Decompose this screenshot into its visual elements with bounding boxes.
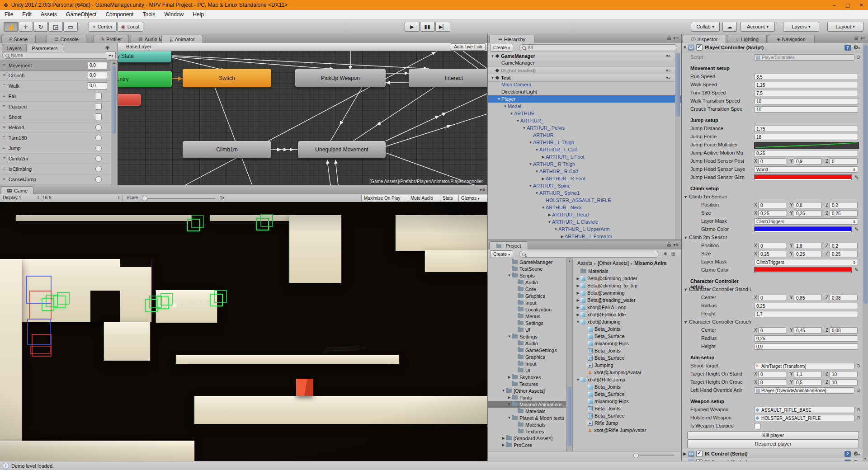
- component-enabled-checkbox[interactable]: [696, 44, 703, 51]
- scene-context-menu-icon[interactable]: ▾≡: [666, 68, 670, 73]
- foldout-closed-icon[interactable]: ▶: [576, 291, 580, 295]
- component-enabled-checkbox[interactable]: [696, 451, 703, 457]
- eye-icon[interactable]: ◉: [105, 44, 110, 50]
- hierarchy-item-arthur-neck[interactable]: ▼ARTHUR_ Neck: [488, 204, 681, 211]
- parameter-row-walk[interactable]: =Walk0,0: [0, 80, 111, 91]
- hierarchy-item-main-camera[interactable]: Main Camera: [488, 81, 681, 88]
- tab-console[interactable]: ▤Console: [47, 35, 86, 43]
- scroll-up-icon[interactable]: ▲: [111, 61, 117, 65]
- project-folder-textures[interactable]: Textures: [488, 428, 566, 435]
- foldout-closed-icon[interactable]: ▶: [682, 451, 688, 456]
- object-picker-icon[interactable]: ⊙: [856, 54, 860, 60]
- scale-slider[interactable]: [144, 198, 215, 199]
- hand-tool-button[interactable]: ☝: [4, 22, 18, 32]
- foldout-closed-icon[interactable]: ▶: [560, 235, 565, 239]
- foldout-open-icon[interactable]: ▼: [547, 220, 552, 224]
- project-search-input[interactable]: [519, 251, 659, 258]
- object-picker-icon[interactable]: ⊙: [856, 415, 860, 421]
- parameter-trigger-radio[interactable]: [95, 135, 102, 141]
- foldout-open-icon[interactable]: ▼: [528, 141, 533, 145]
- layers-dropdown[interactable]: Layers▾: [783, 22, 819, 32]
- hierarchy-item-directional-light[interactable]: Directional Light: [488, 88, 681, 95]
- axis-field-y[interactable]: 1,1: [794, 371, 822, 377]
- drag-handle-icon[interactable]: =: [3, 177, 5, 182]
- asset-xbot-fall-a-loop[interactable]: ▶xbot@Fall A Loop: [573, 304, 681, 311]
- foldout-open-icon[interactable]: ▼: [534, 148, 539, 152]
- foldout-closed-icon[interactable]: ▶: [501, 443, 506, 447]
- project-folder-gamesettings[interactable]: GameSettings: [488, 347, 566, 353]
- foldout-open-icon[interactable]: ▼: [490, 54, 495, 58]
- add-parameter-button[interactable]: +▾: [106, 52, 116, 59]
- foldout-open-icon[interactable]: ▼: [684, 320, 688, 324]
- number-field[interactable]: 1,75: [754, 126, 858, 132]
- rect-tool-button[interactable]: ▭: [63, 22, 78, 32]
- project-folder-audio[interactable]: Audio: [488, 279, 566, 286]
- parameter-float-field[interactable]: 0,0: [88, 72, 107, 79]
- project-folder--standard-assets-[interactable]: ▶[Standard Assets]: [488, 435, 566, 442]
- drag-handle-icon[interactable]: =: [3, 83, 5, 88]
- axis-field-y[interactable]: 1,8: [794, 243, 822, 249]
- auto-live-link-button[interactable]: Auto Live Link: [451, 43, 486, 51]
- axis-field-x[interactable]: 0,25: [758, 210, 786, 216]
- eyedropper-icon[interactable]: ✎: [854, 174, 859, 180]
- animator-graph[interactable]: Any StateEntryExitSwitchPickUp WeaponInt…: [118, 43, 487, 185]
- number-field[interactable]: 7,5: [754, 90, 858, 96]
- foldout-open-icon[interactable]: ▼: [684, 195, 688, 199]
- project-folder-graphics[interactable]: Graphics: [488, 292, 566, 299]
- number-field[interactable]: 10: [754, 106, 858, 113]
- drag-handle-icon[interactable]: =: [3, 104, 5, 109]
- lock-icon[interactable]: [854, 38, 858, 40]
- help-icon[interactable]: ?: [844, 45, 851, 51]
- asset-xbot-jumpingavatar[interactable]: ♟xbot@JumpingAvatar: [573, 369, 681, 376]
- axis-field-y[interactable]: 0,25: [794, 210, 822, 216]
- hierarchy-item-arthur[interactable]: ARTHUR: [488, 132, 681, 139]
- project-folder-mixamo-animations[interactable]: ▼Mixamo Animations: [488, 401, 566, 408]
- asset-beta-surface[interactable]: Beta_Surface: [573, 333, 681, 340]
- state-switch[interactable]: Switch: [183, 69, 271, 87]
- foldout-open-icon[interactable]: ▼: [528, 184, 533, 188]
- hierarchy-search-input[interactable]: All: [519, 44, 677, 51]
- menu-component[interactable]: Component: [101, 10, 138, 19]
- parameter-row-equiped[interactable]: =Equiped: [0, 101, 111, 112]
- foldout-open-icon[interactable]: ▼: [553, 227, 558, 231]
- mute-audio-button[interactable]: Mute Audio: [408, 195, 442, 202]
- menu-help[interactable]: Help: [188, 10, 208, 19]
- parameter-row-shoot[interactable]: =Shoot: [0, 112, 111, 122]
- button-resurrect-player[interactable]: Resurrect player: [687, 440, 859, 448]
- project-folder-gamemanager[interactable]: GameManager: [488, 258, 566, 265]
- project-folder--other-assets-[interactable]: ▼[Other Assets]: [488, 387, 566, 394]
- axis-field-y[interactable]: 0,5: [794, 379, 822, 385]
- hierarchy-item-gamemanager[interactable]: GameManager: [488, 59, 681, 66]
- project-folder-materials[interactable]: Materials: [488, 408, 566, 414]
- number-field[interactable]: 18: [754, 134, 858, 140]
- drag-handle-icon[interactable]: =: [3, 146, 5, 150]
- thumbnail-zoom-slider[interactable]: [635, 455, 674, 456]
- number-field[interactable]: 0,25: [754, 335, 858, 342]
- parameter-row-turn180[interactable]: =Turn180: [0, 132, 111, 143]
- foldout-closed-icon[interactable]: ▶: [576, 298, 580, 302]
- foldout-open-icon[interactable]: ▼: [496, 97, 501, 101]
- axis-field-x[interactable]: 0: [758, 371, 786, 377]
- move-tool-button[interactable]: ✛: [19, 22, 33, 32]
- rotate-tool-button[interactable]: ↻: [33, 22, 48, 32]
- parameter-row-climb2m[interactable]: =Climb2m: [0, 153, 111, 164]
- hierarchy-item-arthur-r-calf[interactable]: ▼ARTHUR_ R Calf: [488, 168, 681, 175]
- eyedropper-icon[interactable]: ✎: [854, 267, 859, 273]
- panel-menu-icon[interactable]: ▾≡: [480, 187, 486, 192]
- asset-mixamorig-hips[interactable]: mixamorig:Hips: [573, 398, 681, 405]
- axis-field-x[interactable]: 0: [758, 327, 786, 334]
- gizmos-dropdown[interactable]: Gizmos ▾: [458, 195, 489, 202]
- foldout-open-icon[interactable]: ▼: [682, 45, 688, 50]
- number-field[interactable]: 3,5: [754, 74, 858, 80]
- stats-button[interactable]: Stats: [440, 195, 461, 202]
- object-field[interactable]: ASSAULT_RIFLE_BASE: [754, 407, 854, 413]
- scale-slider-knob[interactable]: [142, 196, 147, 201]
- foldout-open-icon[interactable]: ▼: [515, 119, 520, 123]
- scale-tool-button[interactable]: ◲: [48, 22, 63, 32]
- drag-handle-icon[interactable]: =: [3, 166, 5, 171]
- foldout-open-icon[interactable]: ▼: [507, 402, 512, 406]
- parameter-row-canceljump[interactable]: =CancelJump: [0, 174, 111, 185]
- hierarchy-item-arthur-[interactable]: ▼ARTHUR_: [488, 117, 681, 124]
- parameter-row-reload[interactable]: =Reload: [0, 122, 111, 133]
- asset-beta-joints[interactable]: Beta_Joints: [573, 383, 681, 390]
